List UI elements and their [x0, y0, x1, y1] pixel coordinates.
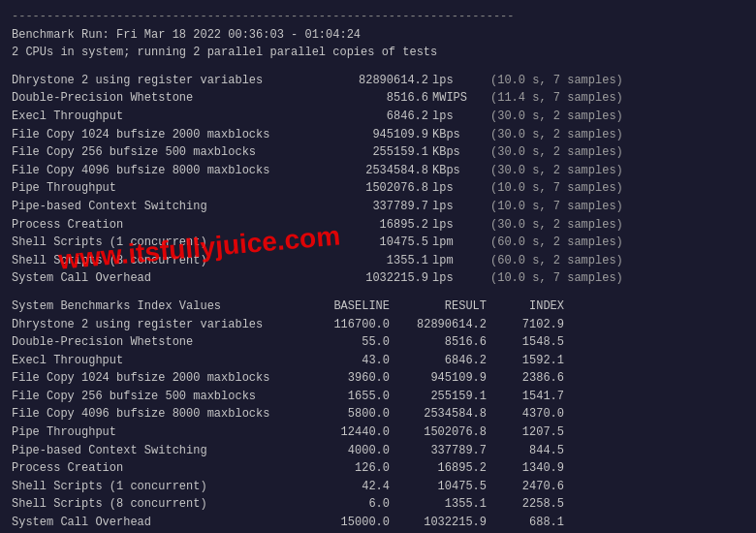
idx-row-index: 4370.0	[487, 405, 564, 423]
bench-unit: lpm	[428, 252, 487, 270]
benchmark-row: File Copy 1024 bufsize 2000 maxblocks 94…	[12, 126, 744, 144]
index-row: File Copy 4096 bufsize 8000 maxblocks 58…	[12, 405, 744, 423]
idx-row-baseline: 126.0	[312, 459, 390, 478]
benchmark-row: System Call Overhead 1032215.9 lps (10.0…	[12, 269, 744, 288]
index-header-result: RESULT	[390, 298, 487, 316]
idx-row-label: File Copy 256 bufsize 500 maxblocks	[12, 388, 312, 406]
idx-row-result: 255159.1	[390, 388, 487, 406]
bench-meta: (10.0 s, 7 samples)	[487, 198, 623, 216]
idx-row-index: 1592.1	[487, 352, 564, 370]
idx-row-baseline: 5800.0	[312, 405, 390, 423]
bench-unit: lps	[428, 72, 487, 90]
index-row: Process Creation 126.0 16895.2 1340.9	[12, 459, 744, 478]
idx-row-label: Pipe-based Context Switching	[12, 442, 312, 460]
idx-row-index: 2386.6	[487, 369, 564, 388]
idx-row-result: 10475.5	[390, 478, 487, 496]
bench-unit: lps	[428, 108, 487, 126]
idx-row-label: Shell Scripts (8 concurrent)	[12, 495, 312, 514]
idx-row-baseline: 15000.0	[312, 514, 390, 532]
bench-value: 945109.9	[312, 126, 428, 144]
bench-value: 1502076.8	[312, 179, 428, 198]
index-header-index: INDEX	[487, 298, 564, 316]
bench-label: Execl Throughput	[12, 108, 312, 126]
index-row: File Copy 1024 bufsize 2000 maxblocks 39…	[12, 369, 744, 388]
bench-unit: KBps	[428, 162, 487, 180]
bench-value: 1355.1	[312, 252, 428, 270]
idx-row-label: System Call Overhead	[12, 514, 312, 532]
bench-value: 2534584.8	[312, 162, 428, 180]
idx-row-result: 1032215.9	[390, 514, 487, 532]
idx-row-index: 1548.5	[487, 333, 564, 352]
idx-row-label: Shell Scripts (1 concurrent)	[12, 478, 312, 496]
bench-meta: (11.4 s, 7 samples)	[487, 89, 623, 108]
idx-row-result: 1355.1	[390, 495, 487, 514]
idx-row-label: Execl Throughput	[12, 352, 312, 370]
bench-label: File Copy 1024 bufsize 2000 maxblocks	[12, 126, 312, 144]
idx-row-index: 2258.5	[487, 495, 564, 514]
bench-value: 1032215.9	[312, 269, 428, 288]
bench-unit: lps	[428, 179, 487, 198]
index-row: Pipe-based Context Switching 4000.0 3377…	[12, 442, 744, 460]
bench-unit: KBps	[428, 126, 487, 144]
bench-value: 6846.2	[312, 108, 428, 126]
bench-meta: (30.0 s, 2 samples)	[487, 143, 623, 162]
bench-value: 8516.6	[312, 89, 428, 108]
idx-row-baseline: 6.0	[312, 495, 390, 514]
bench-label: Pipe-based Context Switching	[12, 198, 312, 216]
bench-meta: (30.0 s, 2 samples)	[487, 126, 623, 144]
idx-row-label: Dhrystone 2 using register variables	[12, 316, 312, 334]
idx-row-label: Double-Precision Whetstone	[12, 333, 312, 352]
bench-value: 337789.7	[312, 198, 428, 216]
idx-row-baseline: 42.4	[312, 478, 390, 496]
bench-meta: (30.0 s, 2 samples)	[487, 108, 623, 126]
idx-row-baseline: 4000.0	[312, 442, 390, 460]
idx-row-result: 8516.6	[390, 333, 487, 352]
idx-row-result: 6846.2	[390, 352, 487, 370]
benchmark-row: Pipe-based Context Switching 337789.7 lp…	[12, 198, 744, 216]
idx-row-index: 1207.5	[487, 423, 564, 442]
bench-meta: (10.0 s, 7 samples)	[487, 72, 623, 90]
bench-value: 255159.1	[312, 143, 428, 162]
index-rows: Dhrystone 2 using register variables 116…	[12, 316, 744, 532]
bench-unit: lps	[428, 269, 487, 288]
bench-value: 16895.2	[312, 216, 428, 235]
benchmark-row: Double-Precision Whetstone 8516.6 MWIPS …	[12, 89, 744, 108]
idx-row-label: Process Creation	[12, 459, 312, 478]
bench-label: File Copy 256 bufsize 500 maxblocks	[12, 143, 312, 162]
bench-meta: (10.0 s, 7 samples)	[487, 179, 623, 198]
bench-label: Shell Scripts (8 concurrent)	[12, 252, 312, 270]
benchmark-row: Dhrystone 2 using register variables 828…	[12, 72, 744, 90]
idx-row-baseline: 12440.0	[312, 423, 390, 442]
benchmark-row: File Copy 256 bufsize 500 maxblocks 2551…	[12, 143, 744, 162]
bench-unit: MWIPS	[428, 89, 487, 108]
bench-meta: (30.0 s, 2 samples)	[487, 162, 623, 180]
idx-row-baseline: 1655.0	[312, 388, 390, 406]
bench-label: Pipe Throughput	[12, 179, 312, 198]
benchmark-row: Execl Throughput 6846.2 lps (30.0 s, 2 s…	[12, 108, 744, 126]
bench-value: 10475.5	[312, 234, 428, 252]
benchmark-rows: Dhrystone 2 using register variables 828…	[12, 72, 744, 288]
idx-row-result: 16895.2	[390, 459, 487, 478]
benchmark-row: File Copy 4096 bufsize 8000 maxblocks 25…	[12, 162, 744, 180]
bench-label: System Call Overhead	[12, 269, 312, 288]
bench-label: File Copy 4096 bufsize 8000 maxblocks	[12, 162, 312, 180]
benchmark-row: Shell Scripts (1 concurrent) 10475.5 lpm…	[12, 234, 744, 252]
index-row: Dhrystone 2 using register variables 116…	[12, 316, 744, 334]
bench-meta: (60.0 s, 2 samples)	[487, 234, 623, 252]
bench-meta: (60.0 s, 2 samples)	[487, 252, 623, 270]
benchmark-row: Shell Scripts (8 concurrent) 1355.1 lpm …	[12, 252, 744, 270]
idx-row-baseline: 116700.0	[312, 316, 390, 334]
index-row: File Copy 256 bufsize 500 maxblocks 1655…	[12, 388, 744, 406]
index-row: System Call Overhead 15000.0 1032215.9 6…	[12, 514, 744, 532]
idx-row-index: 688.1	[487, 514, 564, 532]
bench-unit: KBps	[428, 143, 487, 162]
idx-row-result: 945109.9	[390, 369, 487, 388]
bench-label: Dhrystone 2 using register variables	[12, 72, 312, 90]
index-row: Shell Scripts (8 concurrent) 6.0 1355.1 …	[12, 495, 744, 514]
bench-value: 82890614.2	[312, 72, 428, 90]
index-header-baseline: BASELINE	[312, 298, 390, 316]
index-header: System Benchmarks Index Values BASELINE …	[12, 298, 744, 316]
idx-row-result: 337789.7	[390, 442, 487, 460]
benchmark-row: Process Creation 16895.2 lps (30.0 s, 2 …	[12, 216, 744, 235]
idx-row-result: 1502076.8	[390, 423, 487, 442]
